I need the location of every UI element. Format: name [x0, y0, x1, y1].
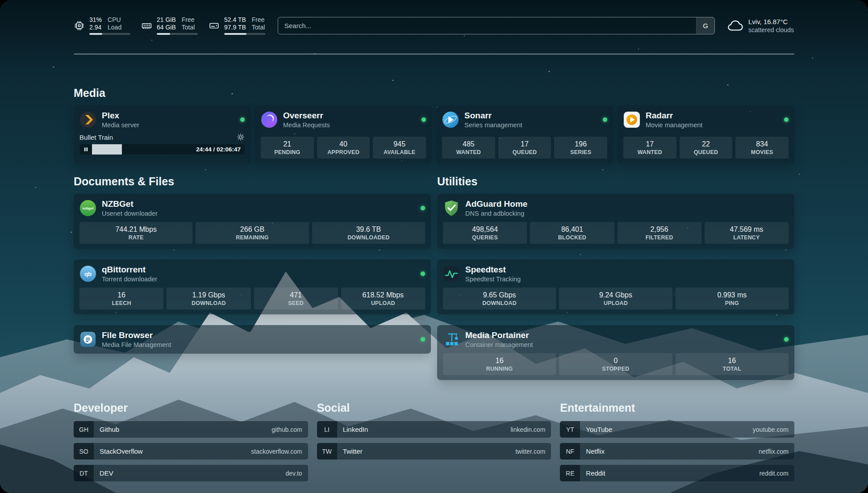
- stat-value: 485: [443, 140, 494, 149]
- adguard-icon: [443, 200, 460, 217]
- filebrowser-icon: [79, 331, 96, 348]
- service-name-plex: Plex: [102, 110, 139, 121]
- service-card-radarr[interactable]: Radarr Movie management 17 WANTED 22 QUE…: [618, 105, 794, 163]
- bookmark-domain: youtube.com: [753, 421, 794, 438]
- search-bar: G: [278, 17, 715, 34]
- stat-box: 2,956 FILTERED: [618, 222, 701, 244]
- section-entertainment: Entertainment YT YouTube youtube.com NF …: [560, 401, 794, 481]
- plex-icon: [79, 111, 96, 128]
- service-name-adguard: AdGuard Home: [465, 199, 527, 209]
- service-card-plex[interactable]: Plex Media server Bullet Train: [74, 105, 250, 163]
- bookmark-abbr: RE: [560, 465, 580, 481]
- disk-progress-bar: [224, 33, 265, 35]
- stat-box: 16 RUNNING: [443, 353, 556, 375]
- service-card-portainer[interactable]: Media Portainer Container management 16 …: [437, 325, 794, 380]
- bookmark-abbr: YT: [560, 421, 580, 438]
- service-card-filebrowser[interactable]: File Browser Media File Management: [74, 325, 431, 354]
- stat-value: 16: [444, 356, 555, 365]
- playback-progress-bar[interactable]: 24:44 / 02:06:47: [79, 144, 245, 155]
- stat-value: 16: [676, 356, 788, 365]
- bookmark-youtube[interactable]: YT YouTube youtube.com: [560, 421, 794, 438]
- memory-total-value: 64 GiB: [157, 24, 176, 31]
- bookmark-domain: github.com: [271, 421, 308, 438]
- bookmark-name: StackOverflow: [94, 443, 143, 460]
- bookmark-dev[interactable]: DT DEV dev.to: [74, 465, 308, 481]
- bookmark-abbr: DT: [74, 465, 94, 481]
- bookmark-domain: stackoverflow.com: [251, 443, 308, 460]
- pause-icon[interactable]: [79, 147, 92, 152]
- now-playing-title: Bullet Train: [79, 134, 113, 141]
- stat-box: 16 TOTAL: [676, 353, 789, 375]
- section-developer: Developer GH Github github.com SO StackO…: [74, 401, 308, 481]
- service-card-nzbget[interactable]: nzbget NZBGet Usenet downloader 74: [74, 194, 431, 249]
- stat-box: 17 WANTED: [623, 137, 676, 159]
- svg-text:qb: qb: [84, 271, 92, 277]
- stat-value: 9.65 Gbps: [444, 291, 555, 300]
- bookmark-netflix[interactable]: NF Netflix netflix.com: [560, 443, 794, 460]
- bookmark-name: Twitter: [337, 443, 363, 460]
- service-card-overseerr[interactable]: Overseerr Media Requests 21 PENDING 40 A…: [255, 105, 432, 163]
- bookmark-domain: reddit.com: [760, 465, 794, 481]
- service-desc-filebrowser: Media File Management: [102, 341, 171, 349]
- service-desc-nzbget: Usenet downloader: [102, 209, 158, 217]
- bookmark-name: Netflix: [580, 443, 605, 460]
- gear-icon[interactable]: [237, 133, 245, 141]
- service-card-qbittorrent[interactable]: qb qBittorrent Torrent downloader: [74, 259, 431, 314]
- bookmark-abbr: GH: [74, 421, 94, 438]
- stat-box: 266 GB REMAINING: [196, 222, 309, 244]
- stat-value: 266 GB: [196, 225, 308, 234]
- stat-box: 22 QUEUED: [680, 137, 733, 159]
- stat-value: 196: [555, 140, 606, 149]
- bookmark-stackoverflow[interactable]: SO StackOverflow stackoverflow.com: [74, 443, 308, 460]
- stat-box: 17 QUEUED: [498, 137, 551, 159]
- service-name-nzbget: NZBGet: [102, 199, 158, 209]
- bookmark-domain: dev.to: [286, 465, 308, 481]
- stat-box: 1.19 Gbps DOWNLOAD: [167, 288, 250, 309]
- stat-value: 744.21 Mbps: [80, 225, 192, 234]
- section-title-entertainment: Entertainment: [560, 401, 794, 414]
- disk-label-2: Total: [252, 24, 265, 31]
- stat-label: WANTED: [624, 149, 676, 156]
- weather-condition: scattered clouds: [748, 26, 794, 34]
- section-media: Media Plex: [74, 87, 794, 163]
- stat-value: 40: [318, 140, 369, 149]
- stat-label: MOVIES: [736, 149, 788, 156]
- stat-box: 618.52 Mbps UPLOAD: [341, 288, 425, 309]
- stat-label: PENDING: [262, 149, 313, 156]
- bookmark-domain: twitter.com: [515, 443, 551, 460]
- stat-label: UPLOAD: [342, 300, 424, 307]
- stat-label: QUERIES: [444, 234, 526, 241]
- search-provider-button[interactable]: G: [696, 17, 714, 34]
- stat-value: 9.24 Gbps: [560, 291, 671, 300]
- service-name-sonarr: Sonarr: [464, 110, 522, 121]
- service-card-adguard[interactable]: AdGuard Home DNS and adblocking 498,564 …: [437, 194, 794, 249]
- service-card-sonarr[interactable]: Sonarr Series management 485 WANTED 17 Q…: [436, 105, 613, 163]
- stat-value: 0.993 ms: [676, 291, 788, 300]
- bookmark-linkedin[interactable]: LI LinkedIn linkedin.com: [317, 421, 551, 438]
- stat-box: 0.993 ms PING: [676, 288, 789, 309]
- stat-box: 744.21 Mbps RATE: [79, 222, 192, 244]
- search-input[interactable]: [278, 17, 696, 34]
- disk-icon: [209, 20, 220, 31]
- bookmark-reddit[interactable]: RE Reddit reddit.com: [560, 465, 794, 481]
- memory-label-2: Total: [182, 24, 195, 31]
- stat-value: 2,956: [618, 225, 701, 234]
- stat-box: 47.569 ms LATENCY: [705, 222, 789, 244]
- bookmark-name: YouTube: [580, 421, 612, 438]
- resource-widgets: 31% 2.94 CPU Load: [74, 16, 265, 35]
- bookmark-twitter[interactable]: TW Twitter twitter.com: [317, 443, 551, 460]
- cpu-icon: [74, 20, 85, 31]
- dashboard-screen: 31% 2.94 CPU Load: [0, 0, 868, 493]
- bookmark-github[interactable]: GH Github github.com: [74, 421, 308, 438]
- stat-label: SEED: [255, 300, 337, 307]
- stat-label: FILTERED: [618, 234, 701, 241]
- stat-value: 47.569 ms: [705, 225, 788, 234]
- stat-label: BLOCKED: [531, 234, 613, 241]
- stat-value: 834: [736, 140, 788, 149]
- service-name-filebrowser: File Browser: [102, 330, 171, 341]
- stat-label: LEECH: [80, 300, 163, 307]
- memory-icon: [141, 20, 152, 31]
- service-card-speedtest[interactable]: Speedtest Speedtest Tracking 9.65 Gbps D…: [437, 259, 794, 314]
- stat-box: 86,401 BLOCKED: [530, 222, 614, 244]
- section-documents-files: Documents & Files nzbget: [74, 175, 431, 380]
